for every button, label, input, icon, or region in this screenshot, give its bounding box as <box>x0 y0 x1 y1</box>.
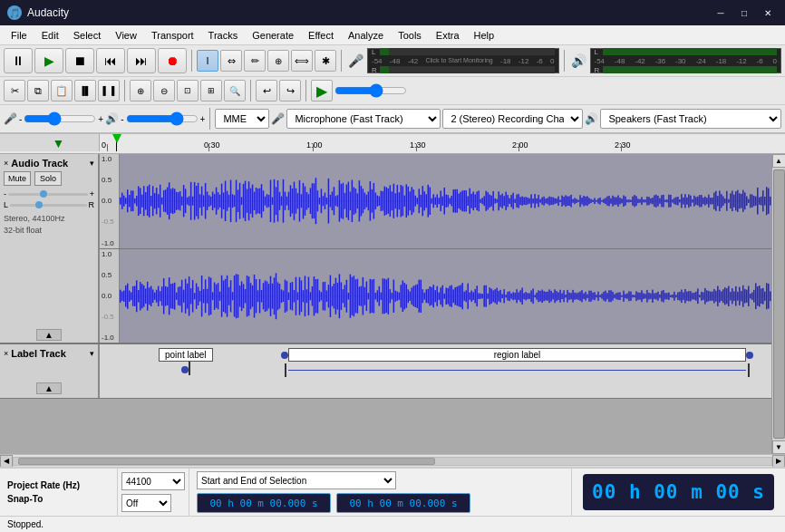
redo-button[interactable]: ↪ <box>279 80 301 102</box>
svg-rect-345 <box>741 194 741 208</box>
input-device-select[interactable]: Microphone (Fast Track) <box>286 109 441 129</box>
svg-rect-525 <box>412 287 412 305</box>
multi-tool-button[interactable]: ✱ <box>315 50 336 72</box>
waveform-svg-lower[interactable] <box>120 249 771 343</box>
project-rate-select[interactable]: 44100 <box>121 472 185 490</box>
zoom-custom-button[interactable]: 🔍 <box>224 80 246 102</box>
output-gain-slider[interactable] <box>126 112 199 125</box>
timeshift-tool-button[interactable]: ⟺ <box>291 50 313 72</box>
status-bottom: Stopped. <box>0 516 785 532</box>
paste-button[interactable]: 📋 <box>51 80 73 102</box>
menu-view[interactable]: View <box>108 28 144 43</box>
gain-slider-thumb[interactable] <box>40 190 47 198</box>
menu-select[interactable]: Select <box>66 28 109 43</box>
stop-button[interactable]: ⏹ <box>65 48 94 73</box>
menu-analyze[interactable]: Analyze <box>341 28 391 43</box>
point-label-text[interactable]: point label <box>159 348 213 362</box>
svg-rect-508 <box>381 292 382 299</box>
skip-end-button[interactable]: ⏭ <box>127 48 156 73</box>
selection-start-input[interactable]: 00 h 00 m 00.000 s <box>197 493 331 513</box>
scroll-thumb-vert[interactable] <box>773 169 785 439</box>
vu-meter-input[interactable]: L -54-48-42Click to Start Monitoring-18-… <box>367 48 559 73</box>
pause-button[interactable]: ⏸ <box>4 48 33 73</box>
mute-button[interactable]: Mute <box>4 171 31 186</box>
audio-track-close[interactable]: × <box>4 159 8 168</box>
scroll-left-button[interactable]: ◀ <box>0 455 13 468</box>
zoom-sel-button[interactable]: ⊡ <box>177 80 199 102</box>
envelope-tool-button[interactable]: ⇔ <box>220 50 242 72</box>
scroll-down-button[interactable]: ▼ <box>772 440 786 454</box>
selection-type-select[interactable]: Start and End of Selection <box>197 471 396 489</box>
zoom-in-button[interactable]: ⊕ <box>130 80 151 102</box>
play-at-speed-button[interactable]: ▶ <box>311 80 333 102</box>
svg-rect-641 <box>621 295 622 296</box>
pan-slider-thumb[interactable] <box>35 201 43 208</box>
menu-tools[interactable]: Tools <box>391 28 429 43</box>
svg-rect-478 <box>326 290 327 302</box>
svg-rect-606 <box>557 292 558 299</box>
menu-edit[interactable]: Edit <box>34 28 66 43</box>
silence-button[interactable]: ▌▐ <box>98 80 120 102</box>
menu-effect[interactable]: Effect <box>301 28 341 43</box>
skip-start-button[interactable]: ⏮ <box>96 48 125 73</box>
menu-help[interactable]: Help <box>467 28 502 43</box>
output-device-select[interactable]: Speakers (Fast Track) <box>600 109 781 129</box>
menu-file[interactable]: File <box>4 28 34 43</box>
solo-button[interactable]: Solo <box>34 171 62 186</box>
scroll-right-button[interactable]: ▶ <box>772 455 785 468</box>
minimize-button[interactable]: ─ <box>711 5 731 21</box>
input-gain-slider[interactable] <box>24 112 96 125</box>
svg-rect-399 <box>183 289 184 302</box>
menu-transport[interactable]: Transport <box>144 28 201 43</box>
audio-track-arrow[interactable]: ▾ <box>90 159 94 168</box>
label-track-dropdown[interactable]: ▾ <box>90 349 94 358</box>
svg-rect-506 <box>377 290 378 302</box>
svg-rect-216 <box>507 195 508 207</box>
audio-track-collapse[interactable]: ▲ <box>36 329 62 341</box>
svg-rect-666 <box>666 293 667 299</box>
svg-rect-487 <box>343 289 344 303</box>
zoom-fit-button[interactable]: ⊞ <box>200 80 222 102</box>
svg-rect-386 <box>160 291 160 301</box>
label-track-close[interactable]: × <box>4 349 8 358</box>
channels-select[interactable]: 2 (Stereo) Recording Cha... <box>442 109 583 129</box>
svg-rect-695 <box>719 289 720 302</box>
svg-rect-300 <box>659 198 660 204</box>
draw-tool-button[interactable]: ✏ <box>244 50 266 72</box>
zoom-tool-button[interactable]: ⊕ <box>267 50 289 72</box>
snap-to-select[interactable]: Off <box>121 494 171 512</box>
svg-rect-710 <box>746 289 747 302</box>
svg-rect-203 <box>483 196 484 206</box>
maximize-button[interactable]: □ <box>734 5 754 21</box>
svg-rect-481 <box>332 285 333 305</box>
selection-end-input[interactable]: 00 h 00 m 00.000 s <box>336 493 470 513</box>
play-button[interactable]: ▶ <box>34 48 63 73</box>
driver-select[interactable]: MME <box>215 109 269 129</box>
svg-rect-585 <box>519 290 520 302</box>
label-track-collapse[interactable]: ▲ <box>36 382 62 394</box>
trim-button[interactable]: ▐▌ <box>74 80 96 102</box>
svg-rect-387 <box>161 286 162 305</box>
record-button[interactable]: ⏺ <box>158 48 187 73</box>
svg-rect-359 <box>766 187 767 215</box>
svg-rect-547 <box>451 285 451 306</box>
undo-button[interactable]: ↩ <box>256 80 277 102</box>
menu-extra[interactable]: Extra <box>429 28 467 43</box>
menu-tracks[interactable]: Tracks <box>201 28 246 43</box>
svg-rect-227 <box>527 198 528 205</box>
region-label-text[interactable]: region label <box>288 348 746 362</box>
svg-rect-687 <box>704 287 705 304</box>
menu-generate[interactable]: Generate <box>245 28 301 43</box>
vu-meter-output[interactable]: L -54-48-42-36-30-24-18-12-60 R <box>590 48 782 73</box>
cut-button[interactable]: ✂ <box>4 80 25 102</box>
select-tool-button[interactable]: I <box>197 50 218 72</box>
close-button[interactable]: ✕ <box>758 5 778 21</box>
svg-rect-190 <box>460 192 460 210</box>
copy-button[interactable]: ⧉ <box>27 80 49 102</box>
zoom-out-button[interactable]: ⊖ <box>153 80 175 102</box>
svg-rect-571 <box>494 289 495 303</box>
scroll-up-button[interactable]: ▲ <box>772 154 786 168</box>
playback-speed-slider[interactable] <box>334 83 407 98</box>
h-scroll-thumb[interactable] <box>18 458 435 465</box>
waveform-svg-upper[interactable] <box>120 154 771 248</box>
